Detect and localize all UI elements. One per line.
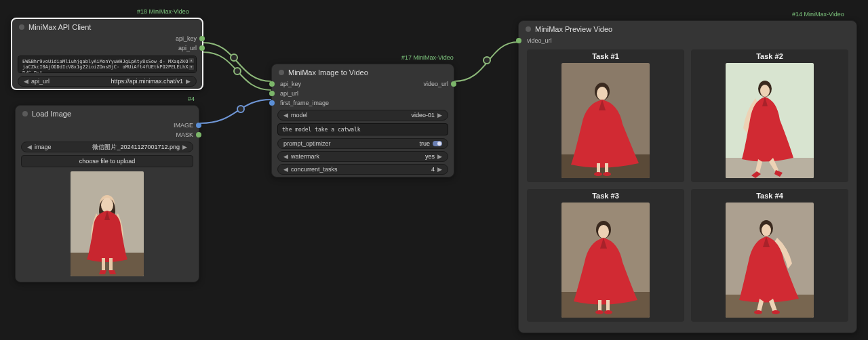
node-header[interactable]: MiniMax Preview Video — [519, 21, 856, 36]
chevron-left-icon[interactable]: ◀ — [27, 144, 32, 150]
port-dot[interactable] — [269, 100, 275, 106]
svg-rect-9 — [109, 258, 113, 270]
preview-grid: Task #1 Task #2 Task #3 Task #4 — [519, 45, 856, 330]
output-port-image[interactable]: IMAGE — [16, 121, 199, 130]
task-title: Task #1 — [527, 52, 684, 60]
svg-point-28 — [595, 310, 604, 314]
chevron-left-icon[interactable]: ◀ — [283, 112, 288, 119]
output-port-api-url[interactable]: api_url — [12, 43, 202, 53]
node-header[interactable]: MiniMax Image to Video — [272, 64, 454, 79]
prompt-optimizer-widget[interactable]: prompt_optimizer true — [277, 138, 448, 149]
toggle-icon[interactable] — [433, 141, 442, 146]
chevron-left-icon[interactable]: ◀ — [24, 78, 28, 85]
port-dot[interactable] — [516, 38, 521, 43]
model-widget[interactable]: ◀ model video-01 ▶ — [277, 110, 448, 121]
prompt-textarea[interactable]: the model take a catwalk — [277, 123, 448, 135]
svg-point-16 — [594, 172, 602, 176]
collapse-icon[interactable] — [22, 111, 28, 116]
svg-rect-8 — [102, 258, 105, 270]
svg-point-35 — [772, 310, 780, 314]
node-minimax-preview-video[interactable]: MiniMax Preview Video video_url Task #1 … — [518, 20, 857, 333]
svg-point-3 — [484, 57, 490, 64]
node-load-image[interactable]: Load Image IMAGE MASK ◀ image 微信图片_20241… — [15, 105, 199, 282]
node-title: MiniMax Preview Video — [535, 25, 612, 33]
output-port-video-url[interactable] — [451, 81, 456, 87]
task-title: Task #4 — [691, 192, 848, 200]
port-dot[interactable] — [269, 91, 275, 96]
task-card[interactable]: Task #3 — [527, 189, 684, 322]
svg-point-21 — [760, 85, 770, 97]
svg-rect-26 — [598, 300, 601, 311]
node-badge-4: #4 — [188, 95, 195, 102]
chevron-right-icon[interactable]: ▶ — [437, 153, 442, 160]
port-dot[interactable] — [199, 45, 205, 51]
svg-point-29 — [604, 310, 612, 314]
task-card[interactable]: Task #4 — [691, 189, 848, 322]
svg-point-25 — [598, 225, 609, 238]
chevron-right-icon[interactable]: ▶ — [182, 144, 187, 150]
node-title: MiniMax Image to Video — [288, 68, 368, 77]
port-dot[interactable] — [269, 81, 275, 87]
svg-rect-15 — [605, 163, 608, 173]
svg-point-33 — [762, 224, 771, 236]
svg-rect-27 — [606, 300, 610, 311]
output-port-mask[interactable]: MASK — [16, 130, 199, 140]
collapse-icon[interactable] — [279, 70, 284, 75]
textarea-scroll[interactable]: ▴▾ — [188, 58, 195, 70]
upload-button[interactable]: choose file to upload — [21, 155, 193, 167]
api-key-textarea[interactable]: EW&Bhr9voUidiaMliuhjgablyAiMonYyuWHJgLpA… — [18, 56, 197, 73]
port-dot[interactable] — [196, 123, 201, 128]
svg-point-1 — [234, 68, 241, 75]
node-header[interactable]: MiniMax API Client — [12, 19, 202, 34]
svg-point-7 — [101, 198, 113, 213]
task-card[interactable]: Task #1 — [527, 49, 684, 182]
api-url-widget[interactable]: ◀ api_url https://api.minimax.chat/v1 ▶ — [18, 76, 197, 87]
chevron-left-icon[interactable]: ◀ — [283, 166, 288, 173]
output-port-api-key[interactable]: api_key — [12, 34, 202, 43]
node-header[interactable]: Load Image — [16, 106, 199, 121]
input-port-api-url[interactable]: api_url — [272, 89, 454, 98]
chevron-right-icon[interactable]: ▶ — [186, 78, 191, 85]
port-dot[interactable] — [199, 36, 205, 41]
task-title: Task #3 — [527, 192, 684, 200]
input-port-api-key[interactable]: api_key video_url — [272, 79, 454, 89]
node-canvas[interactable]: #18 MiniMax-Video MiniMax API Client api… — [0, 0, 868, 340]
svg-point-13 — [597, 87, 608, 100]
svg-point-17 — [603, 172, 611, 176]
node-title: MiniMax API Client — [28, 23, 91, 31]
collapse-icon[interactable] — [19, 24, 24, 30]
image-file-widget[interactable]: ◀ image 微信图片_20241127001712.png ▶ — [21, 142, 193, 152]
input-port-video-url[interactable]: video_url — [519, 36, 856, 45]
image-preview[interactable] — [71, 171, 144, 276]
svg-point-2 — [237, 106, 244, 112]
video-thumbnail[interactable] — [561, 203, 650, 318]
svg-point-0 — [231, 54, 237, 61]
node-minimax-image-to-video[interactable]: MiniMax Image to Video api_key video_url… — [271, 64, 454, 177]
node-minimax-api-client[interactable]: MiniMax API Client api_key api_url EW&Bh… — [11, 18, 203, 90]
collapse-icon[interactable] — [526, 26, 531, 32]
node-title: Load Image — [32, 110, 71, 118]
node-badge-17: #17 MiniMax-Video — [401, 54, 454, 61]
input-port-first-frame-image[interactable]: first_frame_image — [272, 98, 454, 108]
watermark-widget[interactable]: ◀ watermark yes ▶ — [277, 151, 448, 162]
video-thumbnail[interactable] — [561, 63, 650, 178]
svg-point-34 — [754, 310, 762, 314]
chevron-right-icon[interactable]: ▶ — [437, 112, 442, 119]
port-dot[interactable] — [196, 132, 201, 137]
video-thumbnail[interactable] — [726, 63, 814, 178]
task-title: Task #2 — [691, 52, 848, 60]
node-badge-18: #18 MiniMax-Video — [137, 8, 189, 15]
task-card[interactable]: Task #2 — [691, 49, 848, 182]
node-badge-14: #14 MiniMax-Video — [792, 11, 844, 18]
chevron-left-icon[interactable]: ◀ — [283, 153, 288, 160]
video-thumbnail[interactable] — [726, 203, 814, 318]
concurrent-tasks-widget[interactable]: ◀ concurrent_tasks 4 ▶ — [277, 164, 448, 175]
svg-rect-14 — [597, 163, 600, 173]
chevron-right-icon[interactable]: ▶ — [437, 166, 442, 173]
